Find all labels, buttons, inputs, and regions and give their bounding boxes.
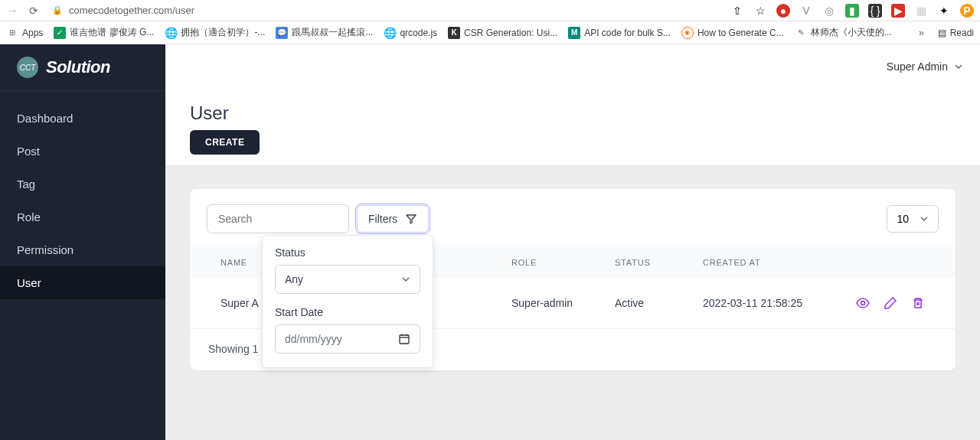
main-content: Super Admin User CREATE Filters 10: [165, 44, 980, 440]
date-placeholder: dd/mm/yyyy: [285, 333, 342, 345]
sidebar-item-tag[interactable]: Tag: [0, 168, 165, 200]
bookmark-icon: K: [448, 27, 460, 39]
search-input[interactable]: [207, 204, 349, 233]
bookmark-item[interactable]: ✎ 林师杰《小天使的...: [795, 26, 892, 39]
chevron-down-icon: [920, 214, 929, 223]
filters-button[interactable]: Filters: [357, 205, 429, 233]
calendar-icon: [398, 333, 410, 345]
cell-created: 2022-03-11 21:58:25: [703, 297, 825, 309]
delete-icon[interactable]: [911, 296, 925, 310]
cell-role: Super-admin: [511, 297, 615, 309]
sidebar-item-user[interactable]: User: [0, 266, 165, 299]
url-bar[interactable]: 🔒 comecodetogether.com/user: [47, 5, 721, 16]
bookmark-icon: 💬: [276, 27, 288, 39]
bookmark-item[interactable]: M API code for bulk S...: [568, 27, 671, 39]
logo-text: Solution: [46, 57, 110, 77]
globe-icon: 🌐: [165, 27, 177, 39]
start-date-input[interactable]: dd/mm/yyyy: [275, 324, 420, 354]
logo[interactable]: CCT Solution: [0, 44, 165, 91]
reading-list-icon: ▤: [938, 28, 946, 38]
forward-icon[interactable]: →: [6, 4, 18, 18]
extensions-icon[interactable]: ✦: [937, 4, 951, 18]
create-button[interactable]: CREATE: [190, 130, 260, 155]
browser-extensions: ⇧ ☆ ● V ◎ ▮ { } ▶ ▦ ✦ P: [730, 4, 974, 18]
bookmark-item[interactable]: ◉ How to Generate C...: [681, 27, 784, 39]
more-bookmarks-icon[interactable]: »: [919, 28, 924, 38]
cell-status: Active: [615, 297, 703, 309]
profile-icon[interactable]: P: [960, 4, 974, 18]
chevron-down-icon: [401, 275, 410, 284]
apps-icon: ⊞: [6, 27, 18, 39]
svg-point-4: [861, 301, 865, 305]
bookmark-item[interactable]: ✓ 谁吉他谱 廖俊涛 G...: [54, 26, 154, 39]
browser-address-bar: → ⟳ 🔒 comecodetogether.com/user ⇧ ☆ ● V …: [0, 0, 980, 21]
bookmarks-bar: ⊞ Apps ✓ 谁吉他谱 廖俊涛 G... 🌐 拥抱（適合初学）-... 💬 …: [0, 21, 980, 44]
lock-icon: 🔒: [52, 5, 63, 15]
ext-icon-1[interactable]: ●: [776, 4, 790, 18]
status-value: Any: [285, 273, 303, 285]
filters-panel: Status Any Start Date dd/mm/yyyy: [262, 235, 433, 368]
ext-icon-6[interactable]: ▶: [891, 4, 905, 18]
user-menu[interactable]: Super Admin: [887, 60, 963, 73]
ext-icon-7[interactable]: ▦: [914, 4, 928, 18]
sidebar-item-post[interactable]: Post: [0, 135, 165, 168]
filter-icon: [405, 213, 417, 225]
sidebar-item-role[interactable]: Role: [0, 200, 165, 233]
sidebar-nav: Dashboard Post Tag Role Permission User: [0, 91, 165, 299]
bookmark-icon: ◉: [681, 27, 694, 39]
share-icon[interactable]: ⇧: [730, 4, 744, 18]
logo-badge: CCT: [17, 57, 38, 78]
sidebar-item-permission[interactable]: Permission: [0, 233, 165, 266]
th-status: STATUS: [615, 258, 703, 267]
star-icon[interactable]: ☆: [753, 4, 767, 18]
bookmark-icon: M: [568, 27, 580, 39]
filters-label: Filters: [368, 213, 397, 225]
bookmark-apps[interactable]: ⊞ Apps: [6, 27, 43, 39]
bookmark-item[interactable]: 🌐 qrcode.js: [384, 27, 437, 39]
ext-icon-4[interactable]: ▮: [845, 4, 859, 18]
status-select[interactable]: Any: [275, 265, 420, 294]
ext-icon-5[interactable]: { }: [868, 4, 882, 18]
globe-icon: 🌐: [384, 27, 396, 39]
sidebar-item-dashboard[interactable]: Dashboard: [0, 102, 165, 135]
page-title: User: [190, 103, 956, 124]
ext-icon-2[interactable]: V: [799, 4, 813, 18]
url-text: comecodetogether.com/user: [69, 5, 194, 16]
page-header: User CREATE: [165, 89, 980, 166]
ext-icon-3[interactable]: ◎: [822, 4, 836, 18]
sidebar: CCT Solution Dashboard Post Tag Role Per…: [0, 44, 165, 440]
edit-icon[interactable]: [884, 296, 897, 310]
bookmark-item[interactable]: 💬 跟馬叔叔一起搖滾...: [276, 26, 373, 39]
topbar: Super Admin: [165, 44, 980, 89]
view-icon[interactable]: [856, 296, 870, 310]
start-date-label: Start Date: [275, 306, 420, 318]
page-size-select[interactable]: 10: [887, 205, 939, 233]
row-actions: [825, 296, 925, 310]
reading-list[interactable]: ▤ Readi: [938, 28, 974, 38]
th-created: CREATED AT: [703, 258, 825, 267]
page-size-value: 10: [897, 213, 909, 225]
bookmark-icon: ✓: [54, 27, 66, 39]
svg-rect-0: [400, 335, 409, 344]
bookmark-item[interactable]: K CSR Generation: Usi...: [448, 27, 557, 39]
user-name: Super Admin: [887, 60, 948, 73]
bookmark-item[interactable]: 🌐 拥抱（適合初学）-...: [165, 26, 265, 39]
pen-icon: ✎: [795, 27, 807, 39]
status-label: Status: [275, 246, 420, 259]
reload-icon[interactable]: ⟳: [29, 5, 38, 17]
users-card: Filters 10 Status Any Star: [190, 189, 956, 370]
chevron-down-icon: [954, 62, 963, 71]
th-role: ROLE: [511, 258, 615, 267]
